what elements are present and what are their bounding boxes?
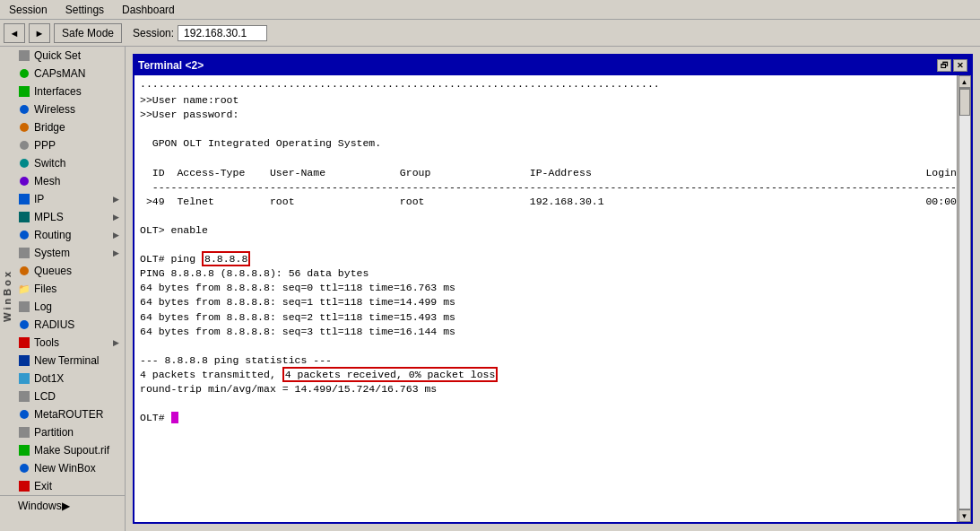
- line-user-name: >>User name:root: [140, 94, 238, 106]
- line-gpon: GPON OLT Integrated Operating System.: [140, 137, 381, 149]
- line-table-row: >49 Telnet root root 192.168.30.1 00:00:…: [140, 196, 957, 207]
- sidebar-item-windows[interactable]: Windows ▶: [0, 495, 125, 516]
- menubar: Session Settings Dashboard: [0, 0, 980, 20]
- bridge-icon: [18, 121, 30, 134]
- dots-line: ········································…: [140, 80, 660, 91]
- sidebar-label-new-winbox: New WinBox: [34, 462, 96, 474]
- sidebar-item-metarouter[interactable]: MetaROUTER: [0, 405, 125, 423]
- sidebar-label-mesh: Mesh: [34, 175, 60, 187]
- line-ping-2: 64 bytes from 8.8.8.8: seq=2 ttl=118 tim…: [140, 311, 455, 323]
- sidebar-label-make-supout: Make Supout.rif: [34, 444, 109, 457]
- scrollbar-down-button[interactable]: ▼: [958, 509, 971, 522]
- dot1x-icon: [18, 372, 30, 385]
- menu-dashboard[interactable]: Dashboard: [117, 2, 180, 18]
- terminal-controls: 🗗 ✕: [937, 59, 967, 72]
- ip-arrow: ▶: [113, 195, 119, 204]
- queues-icon: [18, 265, 30, 277]
- line-ping-3: 64 bytes from 8.8.8.8: seq=3 ttl=118 tim…: [140, 326, 455, 337]
- sidebar-label-routing: Routing: [34, 229, 71, 241]
- sidebar-item-mpls[interactable]: MPLS ▶: [0, 208, 125, 226]
- sidebar-item-ppp[interactable]: PPP: [0, 136, 125, 154]
- session-label: Session:: [133, 27, 174, 39]
- sidebar-item-files[interactable]: 📁 Files: [0, 280, 125, 298]
- safe-mode-button[interactable]: Safe Mode: [54, 23, 122, 43]
- sidebar-item-new-winbox[interactable]: New WinBox: [0, 459, 125, 477]
- terminal-restore-button[interactable]: 🗗: [937, 59, 951, 72]
- back-button[interactable]: ◄: [4, 23, 25, 43]
- routing-arrow: ▶: [113, 231, 119, 239]
- windows-arrow: ▶: [62, 500, 70, 512]
- sidebar-label-queues: Queues: [34, 265, 72, 277]
- routing-icon: [18, 229, 30, 241]
- sidebar-item-routing[interactable]: Routing ▶: [0, 226, 125, 244]
- sidebar-item-tools[interactable]: Tools ▶: [0, 334, 125, 352]
- sidebar-label-quick-set: Quick Set: [34, 49, 81, 62]
- sidebar-item-log[interactable]: Log: [0, 298, 125, 316]
- files-icon: 📁: [18, 283, 30, 295]
- ip-icon: [18, 193, 30, 205]
- sidebar-item-new-terminal[interactable]: New Terminal: [0, 352, 125, 370]
- sidebar-label-radius: RADIUS: [34, 318, 74, 331]
- sidebar-item-radius[interactable]: RADIUS: [0, 316, 125, 334]
- sidebar-label-bridge: Bridge: [34, 121, 65, 134]
- sidebar-label-new-terminal: New Terminal: [34, 354, 99, 367]
- sidebar-item-dot1x[interactable]: Dot1X: [0, 370, 125, 387]
- line-ping-1: 64 bytes from 8.8.8.8: seq=1 ttl=118 tim…: [140, 296, 455, 308]
- sidebar-item-system[interactable]: System ▶: [0, 244, 125, 262]
- terminal-title: Terminal <2>: [138, 59, 204, 72]
- sidebar: Quick Set CAPsMAN Interfaces Wireless Br…: [0, 47, 126, 531]
- make-supout-icon: [18, 444, 30, 457]
- ppp-icon: [18, 139, 30, 152]
- sidebar-item-mesh[interactable]: Mesh: [0, 172, 125, 190]
- session-value: 192.168.30.1: [178, 25, 267, 41]
- sidebar-item-ip[interactable]: IP ▶: [0, 190, 125, 208]
- sidebar-item-exit[interactable]: Exit: [0, 477, 125, 495]
- mpls-arrow: ▶: [113, 213, 119, 222]
- scrollbar-thumb[interactable]: [959, 89, 970, 116]
- sidebar-label-mpls: MPLS: [34, 211, 64, 223]
- sidebar-item-bridge[interactable]: Bridge: [0, 118, 125, 136]
- menu-settings[interactable]: Settings: [60, 2, 109, 18]
- line-ping-stats-header: --- 8.8.8.8 ping statistics ---: [140, 354, 332, 366]
- radius-icon: [18, 318, 30, 331]
- lcd-icon: [18, 390, 30, 403]
- system-arrow: ▶: [113, 248, 119, 257]
- line-ping-header: PING 8.8.8.8 (8.8.8.8): 56 data bytes: [140, 267, 369, 279]
- line-ping-cmd: OLT# ping 8.8.8.8: [140, 251, 250, 266]
- sidebar-item-queues[interactable]: Queues: [0, 262, 125, 280]
- sidebar-label-capsman: CAPsMAN: [34, 67, 85, 80]
- sidebar-item-wireless[interactable]: Wireless: [0, 100, 125, 118]
- partition-icon: [18, 426, 30, 439]
- sidebar-label-tools: Tools: [34, 336, 59, 349]
- sidebar-item-switch[interactable]: Switch: [0, 154, 125, 172]
- metarouter-icon: [18, 408, 30, 421]
- line-table-header: ID Access-Type User-Name Group IP-Addres…: [140, 167, 957, 178]
- mesh-icon: [18, 175, 30, 187]
- sidebar-label-interfaces: Interfaces: [34, 85, 82, 98]
- line-user-pass: >>User password:: [140, 109, 238, 120]
- terminal-body: ········································…: [134, 75, 971, 522]
- forward-button[interactable]: ►: [29, 23, 50, 43]
- sidebar-label-dot1x: Dot1X: [34, 372, 64, 385]
- line-enable: OLT> enable: [140, 224, 208, 236]
- sidebar-label-ip: IP: [34, 193, 44, 205]
- sidebar-item-quick-set[interactable]: Quick Set: [0, 47, 125, 65]
- terminal-content[interactable]: ········································…: [134, 75, 957, 522]
- sidebar-item-interfaces[interactable]: Interfaces: [0, 83, 125, 100]
- wireless-icon: [18, 103, 30, 116]
- sidebar-item-partition[interactable]: Partition: [0, 423, 125, 441]
- line-table-sep: ----------------------------------------…: [140, 181, 957, 193]
- sidebar-item-make-supout[interactable]: Make Supout.rif: [0, 441, 125, 459]
- terminal-scrollbar: ▲ ▼: [957, 75, 971, 522]
- system-icon: [18, 247, 30, 259]
- sidebar-item-capsman[interactable]: CAPsMAN: [0, 65, 125, 83]
- new-winbox-icon: [18, 462, 30, 474]
- sidebar-item-lcd[interactable]: LCD: [0, 387, 125, 405]
- sidebar-label-log: Log: [34, 300, 52, 313]
- terminal-close-button[interactable]: ✕: [953, 59, 967, 72]
- sidebar-label-files: Files: [34, 283, 56, 295]
- scrollbar-up-button[interactable]: ▲: [958, 75, 971, 88]
- menu-session[interactable]: Session: [4, 2, 53, 18]
- tools-arrow: ▶: [113, 338, 119, 347]
- main-layout: Quick Set CAPsMAN Interfaces Wireless Br…: [0, 47, 980, 531]
